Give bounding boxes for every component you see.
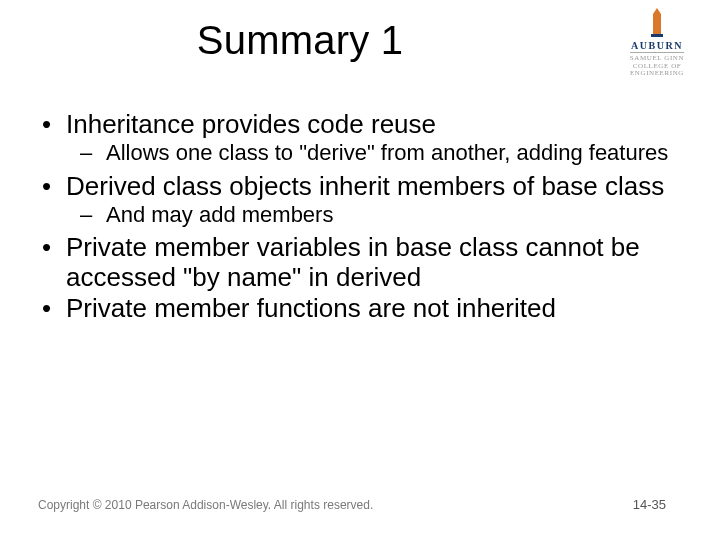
sub-list: And may add members — [66, 203, 680, 228]
logo-divider — [630, 52, 684, 53]
tower-icon — [644, 8, 670, 38]
slide-title: Summary 1 — [0, 18, 600, 63]
sub-item: And may add members — [72, 203, 680, 228]
svg-marker-2 — [653, 8, 661, 14]
auburn-logo: AUBURN SAMUEL GINN COLLEGE OF ENGINEERIN… — [612, 8, 702, 78]
logo-college-line2: COLLEGE OF ENGINEERING — [612, 63, 702, 78]
bullet-text: Private member variables in base class c… — [66, 232, 640, 291]
bullet-text: Inheritance provides code reuse — [66, 109, 436, 139]
svg-rect-1 — [651, 34, 663, 37]
sub-item: Allows one class to "derive" from anothe… — [72, 141, 680, 166]
slide: Summary 1 AUBURN SAMUEL GINN COLLEGE OF … — [0, 0, 720, 540]
bullet-item: Inheritance provides code reuse Allows o… — [38, 110, 680, 166]
content-area: Inheritance provides code reuse Allows o… — [38, 110, 680, 325]
bullet-item: Private member functions are not inherit… — [38, 294, 680, 323]
page-number: 14-35 — [633, 497, 666, 512]
bullet-item: Private member variables in base class c… — [38, 233, 680, 291]
sub-list: Allows one class to "derive" from anothe… — [66, 141, 680, 166]
copyright-text: Copyright © 2010 Pearson Addison-Wesley.… — [38, 498, 373, 512]
logo-university: AUBURN — [612, 40, 702, 51]
bullet-item: Derived class objects inherit members of… — [38, 172, 680, 228]
bullet-text: Derived class objects inherit members of… — [66, 171, 664, 201]
bullet-list: Inheritance provides code reuse Allows o… — [38, 110, 680, 323]
bullet-text: Private member functions are not inherit… — [66, 293, 556, 323]
svg-rect-0 — [653, 14, 661, 34]
